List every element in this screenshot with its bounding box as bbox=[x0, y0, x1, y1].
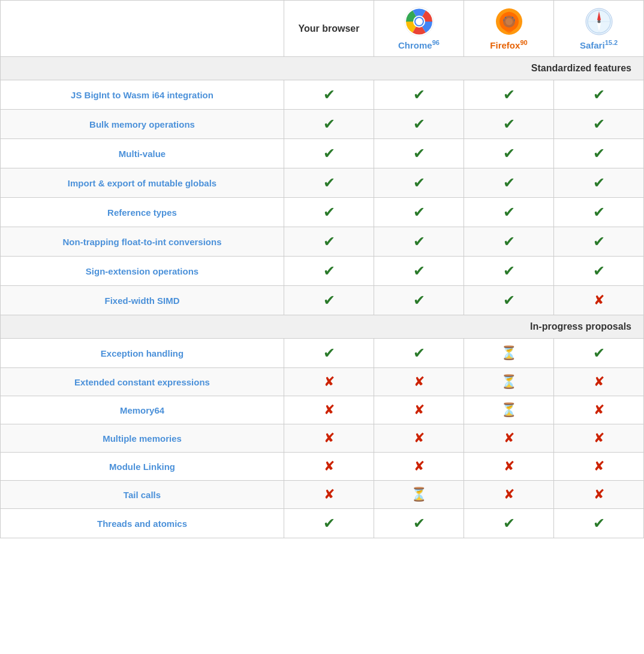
table-row: Tail calls ✘ ⏳ ✘ ✘ bbox=[1, 481, 644, 509]
feature-label: Reference types bbox=[1, 198, 284, 227]
section-header-0: Standardized features bbox=[1, 57, 644, 80]
firefox-cell: ✔ bbox=[464, 198, 554, 227]
feature-label: Threads and atomics bbox=[1, 509, 284, 538]
table-row: JS BigInt to Wasm i64 integration ✔ ✔ ✔ … bbox=[1, 80, 644, 110]
chrome-cell: ✔ bbox=[374, 509, 464, 538]
chrome-cell: ✔ bbox=[374, 339, 464, 368]
safari-cell: ✔ bbox=[554, 110, 644, 139]
your-browser-cell: ✔ bbox=[284, 168, 374, 198]
safari-cell: ✔ bbox=[554, 139, 644, 168]
feature-label: JS BigInt to Wasm i64 integration bbox=[1, 80, 284, 110]
table-row: Bulk memory operations ✔ ✔ ✔ ✔ bbox=[1, 110, 644, 139]
table-row: Module Linking ✘ ✘ ✘ ✘ bbox=[1, 453, 644, 481]
chrome-cell: ✔ bbox=[374, 139, 464, 168]
your-browser-cell: ✘ bbox=[284, 424, 374, 453]
feature-label: Fixed-width SIMD bbox=[1, 286, 284, 315]
safari-cell: ✔ bbox=[554, 80, 644, 110]
your-browser-cell: ✘ bbox=[284, 368, 374, 396]
firefox-cell: ✔ bbox=[464, 286, 554, 315]
safari-cell: ✘ bbox=[554, 286, 644, 315]
safari-cell: ✘ bbox=[554, 396, 644, 424]
safari-cell: ✔ bbox=[554, 257, 644, 286]
feature-label: Module Linking bbox=[1, 453, 284, 481]
table-row: Sign-extension operations ✔ ✔ ✔ ✔ bbox=[1, 257, 644, 286]
chrome-cell: ✔ bbox=[374, 257, 464, 286]
chrome-cell: ✔ bbox=[374, 168, 464, 198]
your-browser-cell: ✔ bbox=[284, 339, 374, 368]
safari-cell: ✔ bbox=[554, 509, 644, 538]
feature-label: Exception handling bbox=[1, 339, 284, 368]
compatibility-table: Your browser bbox=[0, 0, 644, 538]
svg-point-4 bbox=[416, 18, 423, 25]
feature-label: Sign-extension operations bbox=[1, 257, 284, 286]
table-row: Multiple memories ✘ ✘ ✘ ✘ bbox=[1, 424, 644, 453]
your-browser-header: Your browser bbox=[284, 1, 374, 57]
your-browser-cell: ✔ bbox=[284, 80, 374, 110]
chrome-header: Chrome96 bbox=[374, 1, 464, 57]
your-browser-cell: ✔ bbox=[284, 110, 374, 139]
your-browser-cell: ✘ bbox=[284, 396, 374, 424]
feature-label: Extended constant expressions bbox=[1, 368, 284, 396]
firefox-icon bbox=[494, 7, 524, 37]
firefox-cell: ⏳ bbox=[464, 396, 554, 424]
safari-icon bbox=[584, 7, 614, 37]
firefox-cell: ✔ bbox=[464, 257, 554, 286]
feature-label: Multiple memories bbox=[1, 424, 284, 453]
chrome-cell: ✔ bbox=[374, 227, 464, 257]
chrome-cell: ✘ bbox=[374, 396, 464, 424]
table-row: Fixed-width SIMD ✔ ✔ ✔ ✘ bbox=[1, 286, 644, 315]
firefox-cell: ✔ bbox=[464, 139, 554, 168]
chrome-cell: ✔ bbox=[374, 198, 464, 227]
your-browser-label: Your browser bbox=[299, 23, 360, 34]
table-row: Multi-value ✔ ✔ ✔ ✔ bbox=[1, 139, 644, 168]
feature-label: Non-trapping float-to-int conversions bbox=[1, 227, 284, 257]
your-browser-cell: ✘ bbox=[284, 481, 374, 509]
firefox-name: Firefox90 bbox=[468, 39, 550, 50]
table-row: Memory64 ✘ ✘ ⏳ ✘ bbox=[1, 396, 644, 424]
feature-label: Tail calls bbox=[1, 481, 284, 509]
firefox-cell: ✔ bbox=[464, 509, 554, 538]
chrome-cell: ✔ bbox=[374, 80, 464, 110]
firefox-cell: ✔ bbox=[464, 110, 554, 139]
firefox-cell: ✔ bbox=[464, 227, 554, 257]
firefox-cell: ✔ bbox=[464, 168, 554, 198]
safari-cell: ✘ bbox=[554, 368, 644, 396]
firefox-cell: ✘ bbox=[464, 453, 554, 481]
safari-header: Safari15.2 bbox=[554, 1, 644, 57]
table-row: Exception handling ✔ ✔ ⏳ ✔ bbox=[1, 339, 644, 368]
table-row: Threads and atomics ✔ ✔ ✔ ✔ bbox=[1, 509, 644, 538]
firefox-cell: ⏳ bbox=[464, 339, 554, 368]
chrome-cell: ✘ bbox=[374, 424, 464, 453]
table-row: Import & export of mutable globals ✔ ✔ ✔… bbox=[1, 168, 644, 198]
table-row: Reference types ✔ ✔ ✔ ✔ bbox=[1, 198, 644, 227]
safari-cell: ✘ bbox=[554, 424, 644, 453]
chrome-cell: ✔ bbox=[374, 286, 464, 315]
your-browser-cell: ✔ bbox=[284, 198, 374, 227]
chrome-cell: ✔ bbox=[374, 110, 464, 139]
svg-point-15 bbox=[597, 20, 600, 23]
chrome-name: Chrome96 bbox=[378, 39, 460, 50]
safari-name: Safari15.2 bbox=[558, 39, 640, 50]
firefox-header: Firefox90 bbox=[464, 1, 554, 57]
feature-label: Import & export of mutable globals bbox=[1, 168, 284, 198]
feature-label: Memory64 bbox=[1, 396, 284, 424]
firefox-cell: ✔ bbox=[464, 80, 554, 110]
safari-cell: ✔ bbox=[554, 198, 644, 227]
safari-cell: ✘ bbox=[554, 453, 644, 481]
table-row: Extended constant expressions ✘ ✘ ⏳ ✘ bbox=[1, 368, 644, 396]
your-browser-cell: ✔ bbox=[284, 286, 374, 315]
chrome-icon bbox=[404, 7, 434, 37]
feature-label: Bulk memory operations bbox=[1, 110, 284, 139]
chrome-cell: ⏳ bbox=[374, 481, 464, 509]
your-browser-cell: ✔ bbox=[284, 139, 374, 168]
firefox-cell: ✘ bbox=[464, 424, 554, 453]
your-browser-cell: ✔ bbox=[284, 509, 374, 538]
firefox-cell: ✘ bbox=[464, 481, 554, 509]
empty-header-cell bbox=[1, 1, 284, 57]
your-browser-cell: ✔ bbox=[284, 227, 374, 257]
chrome-cell: ✘ bbox=[374, 453, 464, 481]
chrome-version: 96 bbox=[432, 39, 440, 46]
safari-version: 15.2 bbox=[605, 39, 618, 46]
safari-cell: ✘ bbox=[554, 481, 644, 509]
firefox-version: 90 bbox=[520, 39, 527, 46]
